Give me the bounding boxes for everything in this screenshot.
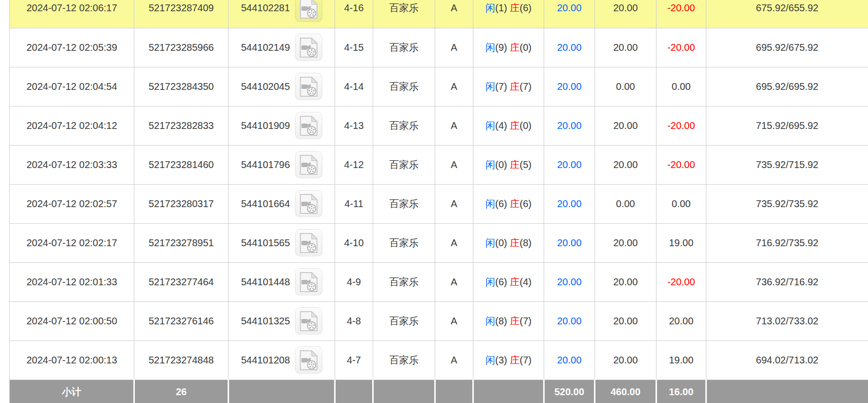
cell-game-type: 百家乐 (373, 145, 435, 184)
cell-order-id: 521723284350 (134, 67, 229, 106)
video-replay-button[interactable] (295, 190, 322, 217)
cell-valid-bet: 20.00 (595, 106, 656, 145)
cell-result: 闲(1) 庄(6) (473, 0, 544, 28)
video-record-icon (299, 192, 318, 215)
banker-label: 庄 (510, 120, 520, 131)
cell-balance: 694.02/713.02 (706, 340, 868, 380)
summary-empty-game (229, 380, 335, 403)
player-label: 闲 (486, 237, 495, 248)
cell-balance: 735.92/715.92 (706, 145, 868, 184)
cell-valid-bet: 20.00 (595, 28, 656, 67)
cell-table-name: A (435, 340, 473, 380)
table-row[interactable]: 2024-07-12 02:03:33521723281460544101796… (10, 145, 868, 184)
cell-result: 闲(3) 庄(7) (473, 340, 544, 380)
player-label: 闲 (486, 81, 495, 92)
banker-label: 庄 (510, 81, 520, 92)
game-id-with-video: 544102149 (231, 34, 333, 61)
table-row[interactable]: 2024-07-12 02:04:54521723284350544102045… (10, 67, 868, 106)
cell-round: 4-9 (335, 262, 373, 301)
cell-win-loss: 0.00 (656, 67, 706, 106)
player-score: (8) (495, 316, 510, 326)
cell-game-id: 544101448 (229, 262, 335, 301)
video-replay-button[interactable] (295, 112, 322, 139)
cell-order-id: 521723278951 (134, 223, 229, 262)
cell-bet-time: 2024-07-12 02:03:33 (10, 145, 134, 184)
video-replay-button[interactable] (295, 346, 322, 374)
cell-bet-time: 2024-07-12 02:00:13 (10, 340, 134, 380)
cell-round: 4-10 (335, 223, 373, 262)
cell-balance: 695.92/695.92 (706, 67, 868, 106)
table-row[interactable]: 2024-07-12 02:02:17521723278951544101565… (10, 223, 868, 262)
video-replay-button[interactable] (295, 229, 322, 256)
cell-round: 4-13 (335, 106, 373, 145)
summary-empty-table (435, 380, 473, 403)
cell-game-type: 百家乐 (373, 262, 435, 301)
player-label: 闲 (486, 120, 495, 131)
cell-bet-amount: 20.00 (544, 0, 595, 28)
cell-game-id: 544101909 (229, 106, 335, 145)
summary-valid-total: 460.00 (595, 380, 656, 403)
cell-bet-time: 2024-07-12 02:02:57 (10, 184, 134, 223)
cell-balance: 675.92/655.92 (706, 0, 868, 28)
video-replay-button[interactable] (295, 151, 322, 178)
game-id-with-video: 544101796 (231, 151, 333, 178)
game-id-text: 544101664 (241, 198, 290, 210)
cell-game-type: 百家乐 (373, 106, 435, 145)
game-id-text: 544102045 (241, 81, 290, 92)
cell-game-type: 百家乐 (373, 184, 435, 223)
cell-round: 4-11 (335, 184, 373, 223)
cell-valid-bet: 20.00 (595, 340, 656, 380)
game-id-with-video: 544101448 (231, 268, 333, 296)
banker-label: 庄 (510, 159, 520, 170)
summary-empty-type (373, 380, 435, 403)
video-replay-button[interactable] (295, 73, 322, 100)
cell-bet-amount: 20.00 (544, 106, 595, 145)
cell-bet-amount: 20.00 (544, 223, 595, 262)
table-row[interactable]: 2024-07-12 02:00:50521723276146544101325… (10, 301, 868, 340)
table-row[interactable]: 2024-07-12 02:02:57521723280317544101664… (10, 184, 868, 223)
cell-result: 闲(8) 庄(7) (473, 301, 544, 340)
cell-order-id: 521723281460 (134, 145, 229, 184)
video-replay-button[interactable] (295, 268, 322, 296)
summary-label: 小计 (10, 380, 134, 403)
video-replay-button[interactable] (295, 34, 322, 61)
cell-table-name: A (435, 0, 473, 28)
cell-valid-bet: 20.00 (595, 0, 656, 28)
cell-result: 闲(0) 庄(5) (473, 145, 544, 184)
banker-score: (4) (520, 276, 531, 287)
player-score: (7) (495, 81, 510, 92)
table-row[interactable]: 2024-07-12 02:04:12521723282833544101909… (10, 106, 868, 145)
video-record-icon (299, 232, 318, 254)
table-row[interactable]: 2024-07-12 02:01:33521723277464544101448… (10, 262, 868, 301)
cell-win-loss: -20.00 (656, 106, 706, 145)
cell-bet-time: 2024-07-12 02:00:50 (10, 301, 134, 340)
player-score: (6) (495, 276, 510, 287)
video-record-icon (299, 0, 318, 20)
cell-valid-bet: 20.00 (595, 262, 656, 301)
table-row[interactable]: 2024-07-12 02:00:13521723274848544101208… (10, 340, 868, 380)
cell-game-id: 544101565 (229, 223, 335, 262)
video-replay-button[interactable] (295, 0, 322, 22)
player-label: 闲 (486, 198, 495, 209)
cell-order-id: 521723274848 (134, 340, 229, 380)
game-id-with-video: 544102281 (231, 0, 333, 22)
banker-score: (6) (520, 2, 531, 13)
cell-win-loss: 20.00 (656, 301, 706, 340)
banker-score: (0) (520, 120, 531, 131)
table-row-highlighted[interactable]: 2024-07-12 02:06:17521723287409544102281… (10, 0, 868, 28)
cell-valid-bet: 20.00 (595, 145, 656, 184)
banker-score: (0) (520, 42, 531, 53)
cell-balance: 716.92/735.92 (706, 223, 868, 262)
banker-label: 庄 (510, 2, 520, 13)
cell-result: 闲(4) 庄(0) (473, 106, 544, 145)
player-label: 闲 (486, 316, 495, 326)
game-id-with-video: 544101664 (231, 190, 333, 217)
game-id-text: 544101208 (241, 355, 290, 366)
game-id-text: 544101565 (241, 237, 290, 249)
cell-order-id: 521723280317 (134, 184, 229, 223)
video-replay-button[interactable] (295, 307, 322, 335)
cell-table-name: A (435, 28, 473, 67)
player-label: 闲 (486, 2, 495, 13)
cell-game-type: 百家乐 (373, 67, 435, 106)
table-row[interactable]: 2024-07-12 02:05:39521723285966544102149… (10, 28, 868, 67)
